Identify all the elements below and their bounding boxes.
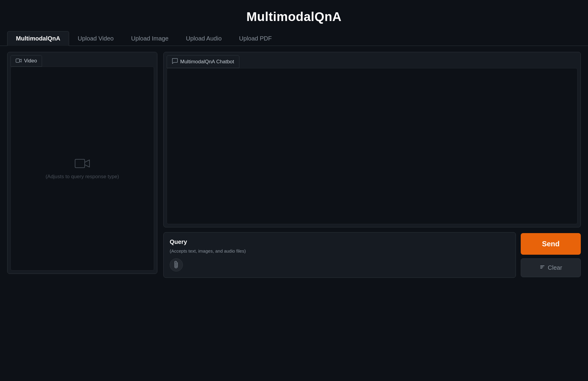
video-tab-icon [16,58,22,64]
query-subtitle: (Accepts text, images, and audio files) [170,248,510,254]
svg-rect-4 [540,268,542,268]
video-panel-tab-label: Video [24,58,37,64]
svg-rect-0 [16,59,20,62]
chatbot-panel: MultimodalQnA Chatbot [163,52,581,227]
action-buttons: Send Clear [521,232,581,278]
video-camera-icon [74,158,90,170]
svg-rect-3 [540,267,543,267]
svg-rect-2 [540,266,544,266]
chatbot-panel-tab: MultimodalQnA Chatbot [167,55,239,68]
query-panel: Query (Accepts text, images, and audio f… [163,232,516,278]
left-panel: Video (Adjusts to query response type) [7,52,157,274]
tabs-bar: MultimodalQnA Upload Video Upload Image … [0,31,588,46]
tab-upload-pdf[interactable]: Upload PDF [230,31,280,46]
app-title: MultimodalQnA [0,0,588,31]
tab-upload-video[interactable]: Upload Video [69,31,123,46]
tab-upload-image[interactable]: Upload Image [123,31,177,46]
tab-multimodal-qna[interactable]: MultimodalQnA [7,31,69,46]
chat-tab-icon [172,58,178,65]
svg-rect-1 [75,159,85,168]
video-panel-tab: Video [11,55,42,67]
video-content-area: (Adjusts to query response type) [11,67,154,271]
video-panel: Video (Adjusts to query response type) [7,52,157,274]
attachment-icon [171,260,182,270]
video-placeholder-text: (Adjusts to query response type) [46,174,119,180]
clear-button[interactable]: Clear [521,258,581,277]
clear-icon [539,264,545,272]
right-panel: MultimodalQnA Chatbot Query (Accepts tex… [163,52,581,278]
main-content: Video (Adjusts to query response type) [0,46,588,381]
tab-upload-audio[interactable]: Upload Audio [177,31,230,46]
clear-button-label: Clear [548,264,562,271]
query-row: Query (Accepts text, images, and audio f… [163,232,581,278]
chatbot-content-area [167,68,577,224]
query-title: Query [170,238,510,245]
chatbot-panel-tab-label: MultimodalQnA Chatbot [180,59,234,65]
attachment-button[interactable] [170,258,183,272]
send-button[interactable]: Send [521,233,581,255]
